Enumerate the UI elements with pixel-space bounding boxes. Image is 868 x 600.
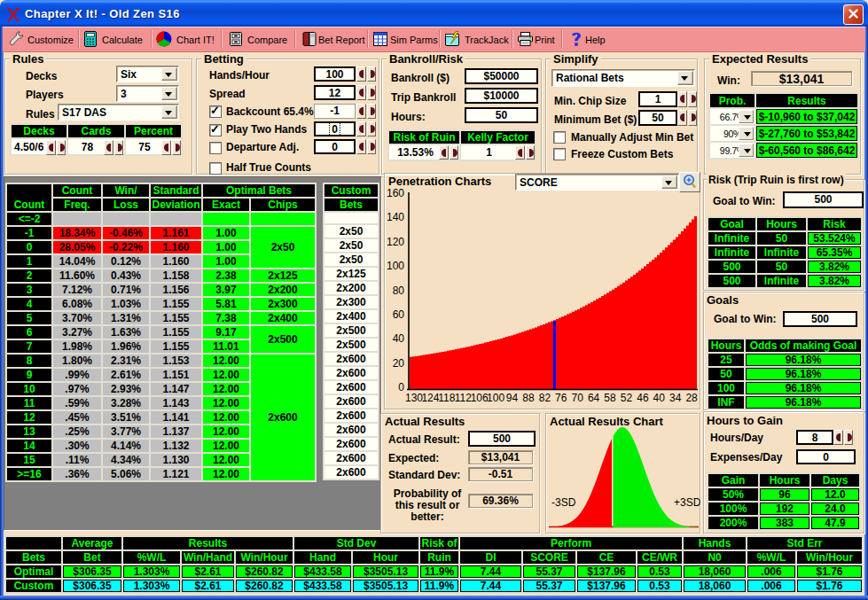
svg-text:100: 100 — [387, 260, 404, 272]
svg-text:40: 40 — [393, 332, 405, 345]
svg-text:28: 28 — [685, 392, 698, 404]
svg-text:40: 40 — [653, 392, 666, 404]
svg-text:140: 140 — [387, 211, 404, 223]
svg-text:118: 118 — [438, 392, 455, 404]
svg-text:112: 112 — [455, 392, 472, 404]
svg-text:46: 46 — [637, 392, 649, 404]
svg-text:94: 94 — [506, 392, 519, 404]
svg-text:64: 64 — [588, 392, 600, 404]
svg-text:+3SD: +3SD — [674, 496, 700, 509]
svg-text:52: 52 — [621, 392, 633, 404]
svg-text:106: 106 — [471, 392, 489, 404]
svg-text:60: 60 — [393, 308, 405, 321]
svg-text:76: 76 — [555, 392, 567, 404]
svg-text:120: 120 — [387, 236, 404, 248]
svg-text:82: 82 — [539, 392, 551, 404]
svg-text:20: 20 — [393, 357, 405, 370]
svg-text:88: 88 — [522, 392, 535, 404]
svg-text:130: 130 — [405, 392, 423, 404]
svg-text:100: 100 — [487, 392, 504, 404]
svg-text:0: 0 — [398, 381, 404, 394]
svg-text:160: 160 — [387, 187, 404, 199]
svg-text:-3SD: -3SD — [551, 496, 576, 509]
svg-text:80: 80 — [393, 284, 405, 297]
svg-text:58: 58 — [604, 392, 616, 404]
svg-text:124: 124 — [421, 392, 439, 404]
svg-text:70: 70 — [572, 392, 584, 404]
svg-text:34: 34 — [669, 392, 682, 404]
